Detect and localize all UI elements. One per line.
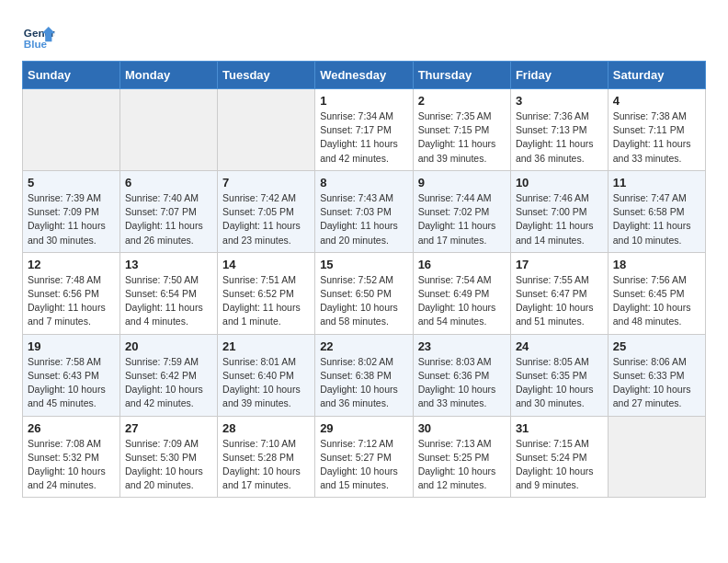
day-info: Sunrise: 7:36 AM Sunset: 7:13 PM Dayligh… bbox=[516, 109, 603, 166]
day-number: 26 bbox=[28, 421, 115, 435]
day-number: 22 bbox=[320, 339, 408, 353]
calendar-day-cell: 14Sunrise: 7:51 AM Sunset: 6:52 PM Dayli… bbox=[218, 252, 315, 334]
logo-icon: General Blue bbox=[22, 18, 55, 52]
day-number: 28 bbox=[222, 421, 310, 435]
logo: General Blue bbox=[22, 18, 59, 52]
day-info: Sunrise: 7:40 AM Sunset: 7:07 PM Dayligh… bbox=[125, 191, 212, 247]
day-number: 1 bbox=[320, 94, 408, 108]
day-number: 2 bbox=[418, 94, 506, 108]
calendar-week-row: 5Sunrise: 7:39 AM Sunset: 7:09 PM Daylig… bbox=[23, 170, 706, 252]
day-number: 14 bbox=[222, 258, 310, 271]
calendar-day-cell: 25Sunrise: 8:06 AM Sunset: 6:33 PM Dayli… bbox=[608, 334, 705, 416]
calendar-week-row: 1Sunrise: 7:34 AM Sunset: 7:17 PM Daylig… bbox=[23, 89, 706, 171]
day-number: 4 bbox=[613, 94, 700, 108]
calendar-day-cell: 31Sunrise: 7:15 AM Sunset: 5:24 PM Dayli… bbox=[510, 416, 608, 498]
calendar-day-cell: 30Sunrise: 7:13 AM Sunset: 5:25 PM Dayli… bbox=[413, 416, 510, 498]
day-number: 17 bbox=[516, 258, 603, 271]
day-number: 24 bbox=[516, 339, 603, 353]
day-info: Sunrise: 8:06 AM Sunset: 6:33 PM Dayligh… bbox=[613, 355, 700, 411]
calendar-day-cell: 28Sunrise: 7:10 AM Sunset: 5:28 PM Dayli… bbox=[218, 416, 315, 498]
day-info: Sunrise: 8:02 AM Sunset: 6:38 PM Dayligh… bbox=[320, 355, 408, 411]
calendar-week-row: 12Sunrise: 7:48 AM Sunset: 6:56 PM Dayli… bbox=[23, 252, 706, 334]
day-info: Sunrise: 7:51 AM Sunset: 6:52 PM Dayligh… bbox=[222, 273, 310, 329]
header-thursday: Thursday bbox=[413, 62, 510, 89]
day-number: 8 bbox=[320, 176, 408, 190]
calendar-day-cell: 17Sunrise: 7:55 AM Sunset: 6:47 PM Dayli… bbox=[510, 252, 608, 334]
header-wednesday: Wednesday bbox=[315, 62, 414, 89]
calendar-day-cell: 6Sunrise: 7:40 AM Sunset: 7:07 PM Daylig… bbox=[120, 170, 218, 252]
day-info: Sunrise: 7:55 AM Sunset: 6:47 PM Dayligh… bbox=[516, 273, 603, 329]
day-number: 7 bbox=[222, 176, 310, 190]
day-info: Sunrise: 7:59 AM Sunset: 6:42 PM Dayligh… bbox=[125, 355, 212, 411]
day-info: Sunrise: 7:09 AM Sunset: 5:30 PM Dayligh… bbox=[125, 437, 212, 493]
calendar-day-cell: 19Sunrise: 7:58 AM Sunset: 6:43 PM Dayli… bbox=[23, 334, 120, 416]
day-number: 23 bbox=[418, 339, 506, 353]
day-number: 13 bbox=[125, 258, 212, 271]
day-info: Sunrise: 7:43 AM Sunset: 7:03 PM Dayligh… bbox=[320, 191, 408, 247]
day-info: Sunrise: 7:46 AM Sunset: 7:00 PM Dayligh… bbox=[516, 191, 603, 247]
day-info: Sunrise: 7:39 AM Sunset: 7:09 PM Dayligh… bbox=[28, 191, 115, 247]
day-info: Sunrise: 7:34 AM Sunset: 7:17 PM Dayligh… bbox=[320, 109, 408, 166]
day-info: Sunrise: 8:03 AM Sunset: 6:36 PM Dayligh… bbox=[418, 355, 506, 411]
calendar-day-cell: 2Sunrise: 7:35 AM Sunset: 7:15 PM Daylig… bbox=[413, 89, 510, 171]
day-info: Sunrise: 7:50 AM Sunset: 6:54 PM Dayligh… bbox=[125, 273, 212, 329]
page-header: General Blue bbox=[22, 18, 706, 52]
day-info: Sunrise: 7:58 AM Sunset: 6:43 PM Dayligh… bbox=[28, 355, 115, 411]
day-number: 6 bbox=[125, 176, 212, 190]
calendar-week-row: 26Sunrise: 7:08 AM Sunset: 5:32 PM Dayli… bbox=[23, 416, 706, 498]
day-info: Sunrise: 7:08 AM Sunset: 5:32 PM Dayligh… bbox=[28, 437, 115, 493]
day-number: 5 bbox=[28, 176, 115, 190]
day-number: 12 bbox=[28, 258, 115, 271]
calendar-day-cell: 11Sunrise: 7:47 AM Sunset: 6:58 PM Dayli… bbox=[608, 170, 705, 252]
calendar-day-cell: 3Sunrise: 7:36 AM Sunset: 7:13 PM Daylig… bbox=[510, 89, 608, 171]
calendar-day-cell: 12Sunrise: 7:48 AM Sunset: 6:56 PM Dayli… bbox=[23, 252, 120, 334]
calendar-day-cell: 13Sunrise: 7:50 AM Sunset: 6:54 PM Dayli… bbox=[120, 252, 218, 334]
day-info: Sunrise: 7:35 AM Sunset: 7:15 PM Dayligh… bbox=[418, 109, 506, 166]
day-info: Sunrise: 7:12 AM Sunset: 5:27 PM Dayligh… bbox=[320, 437, 408, 493]
day-info: Sunrise: 7:13 AM Sunset: 5:25 PM Dayligh… bbox=[418, 437, 506, 493]
day-info: Sunrise: 7:15 AM Sunset: 5:24 PM Dayligh… bbox=[516, 437, 603, 493]
calendar-week-row: 19Sunrise: 7:58 AM Sunset: 6:43 PM Dayli… bbox=[23, 334, 706, 416]
day-number: 11 bbox=[613, 176, 700, 190]
svg-text:Blue: Blue bbox=[24, 38, 48, 50]
calendar-day-cell: 29Sunrise: 7:12 AM Sunset: 5:27 PM Dayli… bbox=[315, 416, 414, 498]
calendar-day-cell: 8Sunrise: 7:43 AM Sunset: 7:03 PM Daylig… bbox=[315, 170, 414, 252]
header-monday: Monday bbox=[120, 62, 218, 89]
day-info: Sunrise: 7:44 AM Sunset: 7:02 PM Dayligh… bbox=[418, 191, 506, 247]
calendar-day-cell: 16Sunrise: 7:54 AM Sunset: 6:49 PM Dayli… bbox=[413, 252, 510, 334]
empty-cell bbox=[218, 89, 315, 171]
calendar-day-cell: 4Sunrise: 7:38 AM Sunset: 7:11 PM Daylig… bbox=[608, 89, 705, 171]
calendar-day-cell: 9Sunrise: 7:44 AM Sunset: 7:02 PM Daylig… bbox=[413, 170, 510, 252]
calendar-day-cell: 23Sunrise: 8:03 AM Sunset: 6:36 PM Dayli… bbox=[413, 334, 510, 416]
header-saturday: Saturday bbox=[608, 62, 705, 89]
day-number: 30 bbox=[418, 421, 506, 435]
calendar-day-cell: 20Sunrise: 7:59 AM Sunset: 6:42 PM Dayli… bbox=[120, 334, 218, 416]
calendar-header-row: SundayMondayTuesdayWednesdayThursdayFrid… bbox=[23, 62, 706, 89]
day-info: Sunrise: 7:47 AM Sunset: 6:58 PM Dayligh… bbox=[613, 191, 700, 247]
day-number: 10 bbox=[516, 176, 603, 190]
day-number: 3 bbox=[516, 94, 603, 108]
day-number: 21 bbox=[222, 339, 310, 353]
calendar-day-cell: 7Sunrise: 7:42 AM Sunset: 7:05 PM Daylig… bbox=[218, 170, 315, 252]
day-number: 20 bbox=[125, 339, 212, 353]
day-info: Sunrise: 7:56 AM Sunset: 6:45 PM Dayligh… bbox=[613, 273, 700, 329]
empty-cell bbox=[23, 89, 120, 171]
day-info: Sunrise: 7:48 AM Sunset: 6:56 PM Dayligh… bbox=[28, 273, 115, 329]
day-info: Sunrise: 7:10 AM Sunset: 5:28 PM Dayligh… bbox=[222, 437, 310, 493]
day-info: Sunrise: 7:38 AM Sunset: 7:11 PM Dayligh… bbox=[613, 109, 700, 166]
calendar-day-cell: 24Sunrise: 8:05 AM Sunset: 6:35 PM Dayli… bbox=[510, 334, 608, 416]
day-number: 29 bbox=[320, 421, 408, 435]
calendar-day-cell: 1Sunrise: 7:34 AM Sunset: 7:17 PM Daylig… bbox=[315, 89, 414, 171]
calendar-day-cell: 22Sunrise: 8:02 AM Sunset: 6:38 PM Dayli… bbox=[315, 334, 414, 416]
empty-cell bbox=[120, 89, 218, 171]
calendar-day-cell: 10Sunrise: 7:46 AM Sunset: 7:00 PM Dayli… bbox=[510, 170, 608, 252]
day-number: 9 bbox=[418, 176, 506, 190]
calendar-day-cell: 21Sunrise: 8:01 AM Sunset: 6:40 PM Dayli… bbox=[218, 334, 315, 416]
day-info: Sunrise: 7:42 AM Sunset: 7:05 PM Dayligh… bbox=[222, 191, 310, 247]
day-info: Sunrise: 8:05 AM Sunset: 6:35 PM Dayligh… bbox=[516, 355, 603, 411]
calendar-day-cell: 5Sunrise: 7:39 AM Sunset: 7:09 PM Daylig… bbox=[23, 170, 120, 252]
header-friday: Friday bbox=[510, 62, 608, 89]
header-sunday: Sunday bbox=[23, 62, 120, 89]
calendar-day-cell: 18Sunrise: 7:56 AM Sunset: 6:45 PM Dayli… bbox=[608, 252, 705, 334]
day-number: 18 bbox=[613, 258, 700, 271]
